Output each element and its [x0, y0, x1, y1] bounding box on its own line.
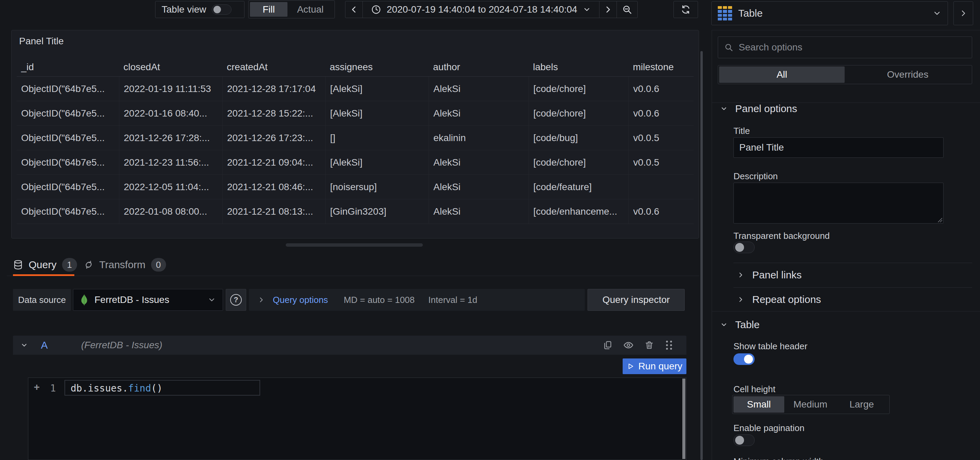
cell-height-medium[interactable]: Medium [784, 396, 837, 412]
column-header[interactable]: assignees [325, 62, 429, 76]
cell-labels: [code/chore] [528, 150, 628, 174]
cell-id: ObjectID("64b7e5... [17, 77, 119, 101]
time-range-button[interactable]: 2020-07-19 14:40:04 to 2024-07-18 14:40:… [363, 1, 600, 18]
cell-milestone: v0.0.5 [628, 150, 694, 174]
eye-icon[interactable] [623, 340, 634, 351]
cell-assignees: [AlekSi] [325, 101, 429, 125]
actual-option[interactable]: Actual [288, 2, 333, 17]
cell-closedAt: 2021-12-23 11:56:... [119, 150, 222, 174]
collapse-options-pane-button[interactable] [953, 2, 973, 25]
cell-milestone: v0.0.6 [628, 199, 694, 224]
resize-handle-icon[interactable] [938, 218, 942, 222]
divider [712, 311, 980, 311]
repeat-options-section[interactable]: Repeat options [737, 292, 821, 307]
visualization-picker[interactable]: Table [711, 2, 948, 25]
options-search-input[interactable] [738, 42, 966, 53]
code-line[interactable]: db.issues.find() [71, 383, 163, 394]
section-title: Panel options [735, 103, 797, 114]
query-code-editor[interactable]: + 1 db.issues.find() [28, 378, 686, 460]
table-row[interactable]: ObjectID("64b7e5... 2022-01-19 11:11:53 … [17, 77, 694, 101]
panel-description-textarea[interactable] [733, 182, 943, 224]
visualization-name: Table [738, 8, 926, 19]
options-search[interactable] [718, 36, 972, 58]
main-scrollbar[interactable] [700, 51, 703, 460]
copy-icon[interactable] [603, 340, 613, 350]
table-row[interactable]: ObjectID("64b7e5... 2021-12-23 11:56:...… [17, 150, 694, 175]
pane-resize-handle[interactable] [286, 243, 423, 247]
cell-height-small[interactable]: Small [733, 396, 784, 412]
query-options-link[interactable]: Query options [273, 295, 328, 305]
cell-height-large[interactable]: Large [837, 396, 887, 412]
datasource-picker[interactable]: FerretDB - Issues [73, 289, 223, 311]
cell-height-label: Cell height [733, 384, 775, 395]
chevron-left-icon [350, 5, 358, 14]
interval: Interval = 1d [428, 295, 477, 305]
column-header[interactable]: closedAt [119, 62, 222, 76]
tab-overrides[interactable]: Overrides [845, 67, 971, 83]
column-header[interactable]: author [429, 62, 528, 76]
cell-id: ObjectID("64b7e5... [17, 199, 119, 224]
divider [733, 263, 972, 263]
chevron-right-icon [737, 296, 744, 303]
chevron-down-icon [583, 5, 591, 14]
table-row[interactable]: ObjectID("64b7e5... 2021-12-26 17:28:...… [17, 126, 694, 150]
tab-transform[interactable]: Transform 0 [84, 256, 166, 273]
table-row[interactable]: ObjectID("64b7e5... 2022-01-08 08:00... … [17, 199, 694, 224]
time-shift-back-button[interactable] [345, 1, 363, 18]
tab-all[interactable]: All [719, 67, 845, 83]
time-shift-forward-button[interactable] [599, 1, 617, 18]
query-row-header[interactable]: A (FerretDB - Issues) [13, 336, 686, 355]
transparent-background-toggle[interactable] [733, 241, 755, 253]
show-table-header-toggle[interactable] [733, 353, 755, 365]
time-zoom-out-button[interactable] [617, 1, 638, 18]
column-header[interactable]: milestone [628, 62, 694, 76]
table-section-header[interactable]: Table [720, 319, 760, 331]
query-ref-id: A [41, 339, 48, 351]
drag-handle-icon[interactable] [665, 340, 673, 350]
column-header[interactable]: createdAt [222, 62, 325, 76]
repeat-options-label: Repeat options [752, 294, 821, 305]
data-table: _idclosedAtcreatedAtassigneesauthorlabel… [17, 62, 694, 238]
cell-author: AlekSi [429, 199, 528, 224]
cell-assignees: [GinGin3203] [325, 199, 429, 224]
panel-links-section[interactable]: Panel links [737, 268, 802, 282]
fill-actual-switch: Fill Actual [248, 0, 335, 18]
enable-pagination-toggle[interactable] [733, 435, 755, 446]
column-header[interactable]: labels [528, 62, 628, 76]
cell-createdAt: 2021-12-21 08:13:... [222, 199, 325, 224]
time-range-picker: 2020-07-19 14:40:04 to 2024-07-18 14:40:… [345, 1, 638, 18]
column-header[interactable]: _id [17, 62, 119, 76]
toggle-knob [735, 436, 744, 445]
toggle-knob [744, 355, 753, 363]
tab-query[interactable]: Query 1 [13, 256, 77, 273]
trash-icon[interactable] [644, 340, 654, 350]
add-line-icon[interactable]: + [34, 381, 40, 393]
refresh-button[interactable] [673, 1, 698, 18]
section-title: Table [735, 319, 760, 330]
run-query-button[interactable]: Run query [623, 358, 686, 374]
table-view-label: Table view [162, 4, 206, 15]
zoom-out-icon [622, 5, 632, 15]
cell-createdAt: 2021-12-28 15:22:... [222, 101, 325, 125]
editor-scrollbar[interactable] [682, 379, 686, 459]
table-row-partial [17, 224, 694, 238]
panel-options-pane: All Overrides Panel options Title Descri… [712, 30, 980, 460]
clock-icon [371, 5, 381, 15]
chevron-down-icon[interactable] [21, 341, 28, 349]
min-column-width-label: Minimum column width [733, 456, 824, 460]
code-token: () [151, 383, 163, 394]
query-inspector-button[interactable]: Query inspector [587, 289, 685, 311]
panel-options-section-header[interactable]: Panel options [720, 103, 797, 115]
datasource-value: FerretDB - Issues [94, 294, 202, 305]
panel-title-input[interactable] [733, 137, 943, 158]
table-row[interactable]: ObjectID("64b7e5... 2022-01-16 08:40... … [17, 101, 694, 126]
tabbar-divider [7, 276, 699, 276]
cell-closedAt: 2022-01-19 11:11:53 [119, 77, 222, 101]
cell-milestone: v0.0.6 [628, 101, 694, 125]
table-row[interactable]: ObjectID("64b7e5... 2022-12-05 11:04:...… [17, 175, 694, 199]
table-header-row: _idclosedAtcreatedAtassigneesauthorlabel… [17, 62, 694, 77]
active-tab-underline [13, 274, 74, 276]
datasource-help-button[interactable]: ? [226, 289, 246, 311]
fill-option[interactable]: Fill [250, 2, 288, 17]
table-view-toggle[interactable] [212, 5, 232, 15]
